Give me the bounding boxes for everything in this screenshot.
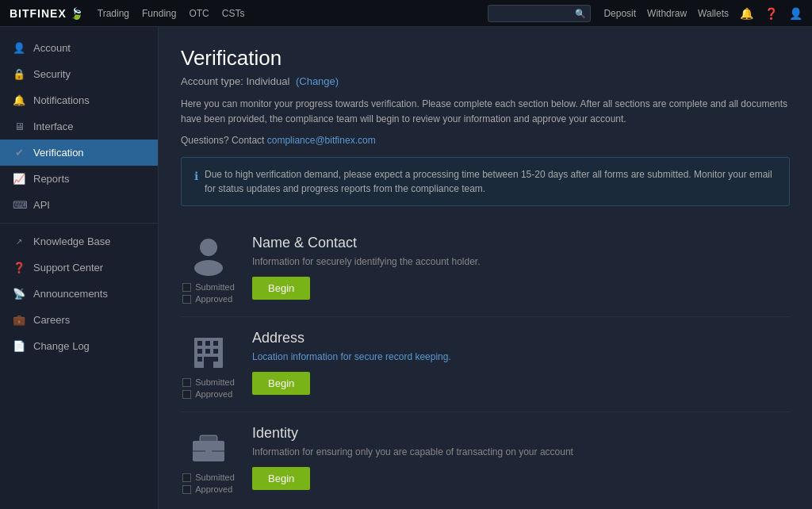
sidebar-item-interface[interactable]: 🖥 Interface	[0, 113, 158, 140]
nav-csts[interactable]: CSTs	[222, 8, 245, 19]
external-link-icon: ↗	[13, 237, 25, 246]
submitted-label-address: Submitted	[195, 377, 235, 387]
checkbox-box	[182, 390, 191, 399]
name-contact-begin-button[interactable]: Begin	[252, 277, 310, 300]
account-type-text: Account type: Individual	[181, 75, 289, 87]
careers-icon: 💼	[13, 314, 25, 326]
svg-rect-4	[205, 341, 210, 346]
svg-rect-16	[205, 449, 212, 454]
sidebar-item-change-log[interactable]: 📄 Change Log	[0, 333, 158, 359]
submitted-label-identity: Submitted	[195, 473, 235, 482]
bell-icon[interactable]: 🔔	[740, 7, 753, 20]
svg-rect-9	[197, 357, 202, 362]
sidebar-item-knowledge-base[interactable]: ↗ Knowledge Base	[0, 228, 158, 254]
nav-trading[interactable]: Trading	[98, 8, 129, 19]
nav-otc[interactable]: OTC	[189, 8, 209, 19]
monitor-icon: 🖥	[13, 121, 25, 132]
sidebar-label-security: Security	[33, 68, 71, 80]
sidebar-label-verification: Verification	[33, 147, 84, 159]
submitted-checkbox-address[interactable]: Submitted	[182, 377, 235, 387]
sidebar-item-announcements[interactable]: 📡 Announcements	[0, 281, 158, 307]
approved-label-address: Approved	[195, 389, 232, 399]
sidebar-label-api: API	[33, 199, 50, 211]
notifications-icon: 🔔	[13, 94, 25, 106]
identity-checkboxes: Submitted Approved	[182, 473, 235, 494]
sidebar-item-careers[interactable]: 💼 Careers	[0, 307, 158, 333]
sidebar-label-change-log: Change Log	[33, 340, 90, 352]
page-title: Verification	[181, 46, 790, 71]
name-contact-title: Name & Contact	[252, 235, 790, 251]
name-contact-desc: Information for securely identifying the…	[252, 256, 790, 267]
sidebar-label-interface: Interface	[33, 121, 74, 132]
approved-label-identity: Approved	[195, 484, 232, 494]
support-icon: ❓	[13, 262, 25, 274]
svg-rect-3	[197, 341, 202, 346]
account-type-line: Account type: Individual (Change)	[181, 75, 790, 87]
nav-links: Trading Funding OTC CSTs	[98, 8, 488, 19]
account-icon: 👤	[13, 42, 25, 54]
withdraw-link[interactable]: Withdraw	[647, 8, 687, 19]
checkbox-box	[182, 295, 191, 304]
sidebar-item-account[interactable]: 👤 Account	[0, 35, 158, 61]
sidebar-item-notifications[interactable]: 🔔 Notifications	[0, 87, 158, 113]
identity-desc: Information for ensuring only you are ca…	[252, 446, 790, 457]
change-account-type-link[interactable]: (Change)	[296, 75, 339, 87]
contact-email-link[interactable]: compliance@bitfinex.com	[267, 135, 376, 146]
lock-icon: 🔒	[13, 68, 25, 80]
sidebar-item-api[interactable]: ⌨ API	[0, 192, 158, 218]
checkbox-box	[182, 485, 191, 494]
search-wrap: 🔍	[488, 5, 591, 22]
topnav-right: Deposit Withdraw Wallets 🔔 ❓ 👤	[603, 7, 802, 20]
name-contact-content: Name & Contact Information for securely …	[252, 235, 790, 300]
user-icon[interactable]: 👤	[789, 7, 802, 20]
name-checkboxes: Submitted Approved	[182, 282, 235, 304]
deposit-link[interactable]: Deposit	[603, 8, 636, 19]
approved-checkbox-name[interactable]: Approved	[182, 294, 235, 304]
approved-label-name: Approved	[195, 294, 232, 304]
chart-icon: 📈	[13, 173, 25, 185]
wallets-link[interactable]: Wallets	[698, 8, 729, 19]
changelog-icon: 📄	[13, 340, 25, 352]
identity-section: Submitted Approved Identity Information …	[181, 412, 790, 507]
sidebar-label-support-center: Support Center	[33, 262, 103, 274]
logo[interactable]: BITFINEX 🍃	[10, 7, 83, 20]
sidebar-item-verification[interactable]: ✔ Verification	[0, 140, 158, 166]
logo-text: BITFINEX	[10, 7, 67, 20]
nav-funding[interactable]: Funding	[142, 8, 176, 19]
approved-checkbox-address[interactable]: Approved	[182, 389, 235, 399]
address-begin-button[interactable]: Begin	[252, 372, 310, 395]
sidebar-secondary-section: ↗ Knowledge Base ❓ Support Center 📡 Anno…	[0, 228, 158, 359]
sidebar-item-security[interactable]: 🔒 Security	[0, 61, 158, 87]
contact-line: Questions? Contact compliance@bitfinex.c…	[181, 135, 790, 146]
checkbox-box	[182, 283, 191, 292]
api-icon: ⌨	[13, 199, 25, 211]
svg-rect-7	[205, 349, 210, 354]
identity-begin-button[interactable]: Begin	[252, 467, 310, 490]
name-contact-section: Submitted Approved Name & Contact Inform…	[181, 222, 790, 317]
briefcase-icon	[188, 425, 229, 466]
check-icon: ✔	[13, 147, 25, 159]
rss-icon: 📡	[13, 288, 25, 300]
submitted-checkbox-name[interactable]: Submitted	[182, 282, 235, 292]
checkbox-box	[182, 473, 191, 482]
submitted-label-name: Submitted	[195, 282, 235, 292]
logo-leaf-icon: 🍃	[70, 7, 83, 20]
sidebar-item-reports[interactable]: 📈 Reports	[0, 166, 158, 192]
svg-point-1	[194, 260, 223, 276]
address-section: Submitted Approved Address Location info…	[181, 317, 790, 412]
checkbox-box	[182, 378, 191, 387]
main-content: Verification Account type: Individual (C…	[159, 27, 812, 509]
svg-rect-10	[213, 357, 218, 362]
svg-rect-11	[204, 357, 213, 368]
layout: 👤 Account 🔒 Security 🔔 Notifications 🖥 I…	[0, 27, 812, 509]
approved-checkbox-identity[interactable]: Approved	[182, 484, 235, 494]
svg-point-0	[200, 239, 217, 256]
verification-description: Here you can monitor your progress towar…	[181, 97, 790, 127]
svg-rect-5	[213, 341, 218, 346]
help-icon[interactable]: ❓	[764, 7, 778, 20]
sidebar-label-reports: Reports	[33, 173, 70, 185]
sidebar-item-support-center[interactable]: ❓ Support Center	[0, 254, 158, 281]
svg-rect-6	[197, 349, 202, 354]
sidebar-label-account: Account	[33, 42, 71, 54]
submitted-checkbox-identity[interactable]: Submitted	[182, 473, 235, 482]
